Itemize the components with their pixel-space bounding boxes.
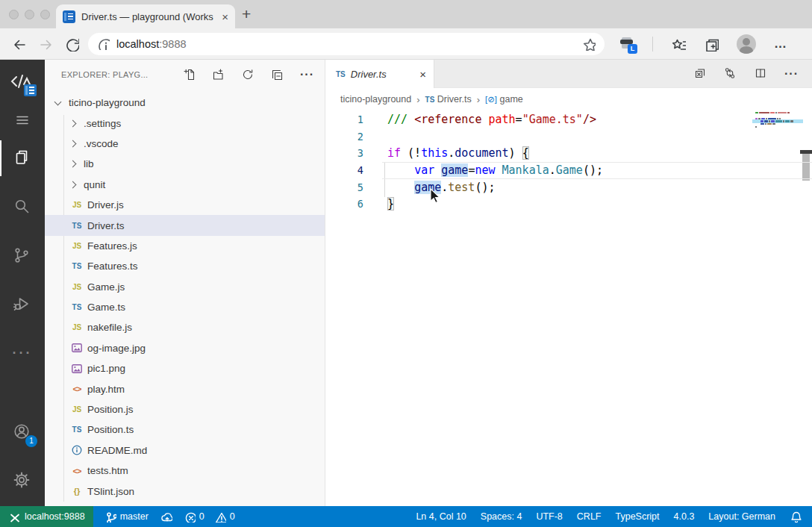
- line-number: 6: [325, 196, 363, 213]
- tree-item-lib[interactable]: lib: [45, 154, 325, 174]
- chevron-right-icon: [69, 140, 77, 148]
- search-icon[interactable]: [0, 189, 45, 225]
- status-item[interactable]: UTF-8: [536, 511, 562, 522]
- favorites-bar-icon[interactable]: [671, 37, 686, 52]
- explorer-title: EXPLORER: PLAYG...: [61, 70, 184, 79]
- source-control-icon[interactable]: [0, 238, 45, 274]
- tree-item-Features.js[interactable]: JSFeatures.js: [45, 236, 325, 256]
- minimap-segment: [761, 120, 763, 122]
- accounts-icon[interactable]: 1: [0, 414, 45, 450]
- tree-item-Game.js[interactable]: JSGame.js: [45, 277, 325, 297]
- publish-changes-button[interactable]: [160, 511, 172, 523]
- tree-item-label: Position.js: [87, 404, 134, 415]
- tree-item-play.htm[interactable]: <>play.htm: [45, 378, 325, 399]
- code-line-3[interactable]: 3if (!this.document) {: [325, 145, 812, 162]
- playground-logo-icon: [0, 66, 45, 102]
- back-icon[interactable]: [10, 36, 27, 52]
- run-debug-icon[interactable]: [0, 287, 45, 322]
- line-number: 5: [325, 179, 363, 196]
- breadcrumb-item[interactable]: ticino-playground: [340, 94, 411, 105]
- refresh-explorer-icon[interactable]: [242, 69, 254, 81]
- minimap-segment: [778, 112, 787, 113]
- new-tab-button[interactable]: +: [242, 5, 251, 23]
- problems-status[interactable]: 0 0: [184, 511, 235, 523]
- code-line-2[interactable]: 2: [325, 128, 812, 146]
- tree-item-tests.htm[interactable]: <>tests.htm: [45, 461, 325, 481]
- minimize-window-button[interactable]: [25, 10, 34, 19]
- tree-item-Driver.js[interactable]: JSDriver.js: [45, 195, 325, 215]
- minimap-line: [755, 123, 797, 125]
- code-line-1[interactable]: 1/// <reference path="Game.ts"/>: [325, 111, 812, 128]
- new-folder-icon[interactable]: [213, 69, 225, 81]
- code-line-6[interactable]: 6}: [325, 196, 812, 213]
- browser-tab-strip: Driver.ts — playground (Works × +: [0, 0, 812, 28]
- tree-item-Game.ts[interactable]: TSGame.ts: [45, 297, 325, 317]
- tab-close-icon[interactable]: ×: [222, 11, 228, 22]
- explorer-more-icon[interactable]: ···: [300, 68, 314, 81]
- close-window-button[interactable]: [9, 10, 19, 19]
- code-editor[interactable]: 1/// <reference path="Game.ts"/>23if (!t…: [325, 110, 812, 506]
- code-token: (!: [407, 146, 421, 160]
- status-item[interactable]: Spaces: 4: [481, 511, 522, 522]
- tree-item-Position.ts[interactable]: TSPosition.ts: [45, 420, 325, 440]
- more-views-icon[interactable]: ···: [0, 335, 45, 371]
- status-item[interactable]: Ln 4, Col 10: [416, 511, 466, 522]
- add-favorite-icon[interactable]: [581, 37, 596, 51]
- tree-root[interactable]: ticino-playground: [45, 93, 325, 113]
- remote-indicator[interactable]: localhost:9888: [0, 506, 93, 527]
- open-changes-icon[interactable]: [724, 67, 737, 81]
- code-line-4[interactable]: 4 var game=new Mankala.Game();: [325, 162, 812, 179]
- toolbar-separator: [652, 37, 653, 52]
- close-all-editors-icon[interactable]: [694, 67, 707, 80]
- zoom-window-button[interactable]: [40, 10, 50, 19]
- tree-item-pic1.png[interactable]: pic1.png: [45, 358, 325, 378]
- status-item[interactable]: CRLF: [577, 511, 602, 522]
- tree-item-.settings[interactable]: .settings: [45, 113, 325, 133]
- editor-tab-close-icon[interactable]: ×: [419, 68, 426, 81]
- tree-item-og-image.jpg[interactable]: og-image.jpg: [45, 338, 325, 358]
- settings-gear-icon[interactable]: [0, 463, 45, 499]
- notifications-bell-icon[interactable]: [790, 511, 802, 523]
- split-editor-icon[interactable]: [755, 67, 767, 80]
- code-token: />: [583, 113, 596, 126]
- minimap-segment: [755, 118, 758, 119]
- collapse-all-icon[interactable]: [271, 69, 283, 81]
- address-bar[interactable]: localhost:9888: [88, 33, 605, 55]
- editor-tab-driver-ts[interactable]: TS Driver.ts ×: [325, 60, 434, 88]
- code-token: new: [475, 163, 502, 177]
- tree-item-Features.ts[interactable]: TSFeatures.ts: [45, 256, 325, 276]
- tree-item-label: README.md: [87, 445, 147, 456]
- tree-item-TSlint.json[interactable]: {}TSlint.json: [45, 481, 325, 501]
- status-item[interactable]: Layout: German: [708, 511, 775, 522]
- profile-avatar[interactable]: [737, 34, 756, 54]
- menu-icon[interactable]: [0, 102, 45, 138]
- collections-icon[interactable]: [704, 37, 719, 52]
- minimap[interactable]: [755, 112, 797, 129]
- code-token: document: [455, 146, 508, 160]
- editor-more-actions-icon[interactable]: ···: [784, 67, 799, 81]
- site-info-icon[interactable]: [97, 37, 110, 50]
- tree-item-README.md[interactable]: README.md: [45, 440, 325, 461]
- breadcrumb-item[interactable]: [⊘] game: [485, 94, 523, 105]
- new-file-icon[interactable]: [184, 69, 196, 81]
- tree-item-Driver.ts[interactable]: TSDriver.ts: [45, 215, 325, 235]
- git-branch-status[interactable]: master: [105, 511, 149, 523]
- minimap-segment: [775, 120, 783, 122]
- tree-item-.vscode[interactable]: .vscode: [45, 134, 325, 154]
- tree-item-Position.js[interactable]: JSPosition.js: [45, 399, 325, 420]
- tree-item-label: Game.ts: [87, 302, 125, 313]
- code-token: game: [441, 163, 468, 177]
- browser-menu-icon[interactable]: …: [774, 37, 788, 52]
- browser-tab[interactable]: Driver.ts — playground (Works ×: [56, 4, 235, 28]
- status-item[interactable]: 4.0.3: [674, 511, 695, 522]
- breadcrumb-item[interactable]: TS Driver.ts: [425, 94, 472, 105]
- status-item[interactable]: TypeScript: [615, 511, 659, 522]
- extension-badge: L: [628, 44, 637, 54]
- extension-icon[interactable]: L: [619, 37, 634, 51]
- js-file-icon: JS: [70, 405, 84, 414]
- code-line-5[interactable]: 5 game.test();: [325, 179, 812, 196]
- explorer-icon[interactable]: [0, 140, 45, 176]
- tree-item-qunit[interactable]: qunit: [45, 175, 325, 195]
- refresh-icon[interactable]: [64, 37, 79, 52]
- tree-item-nakefile.js[interactable]: JSnakefile.js: [45, 317, 325, 337]
